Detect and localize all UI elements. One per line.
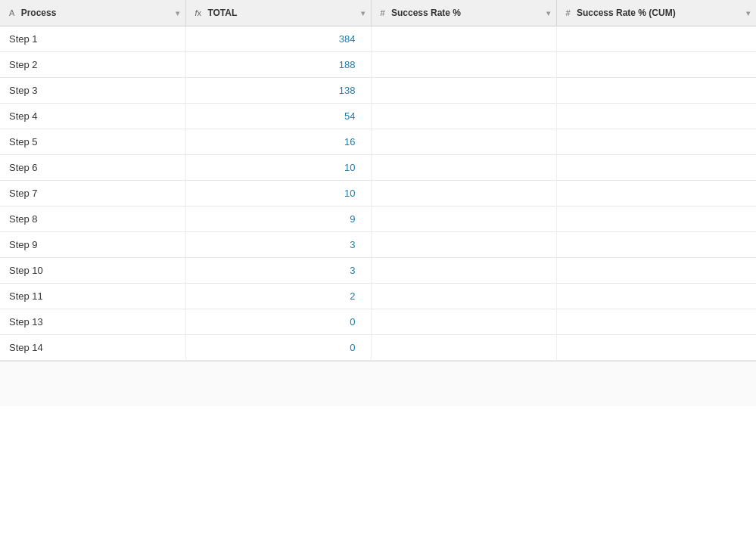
table-row[interactable]: Step 89 — [0, 206, 756, 232]
cell-success-rate-cum — [556, 335, 756, 361]
table-header-row: A Process ▾ fx TOTAL ▾ # Success Rate % … — [0, 0, 756, 26]
table-row[interactable]: Step 112 — [0, 284, 756, 309]
cell-success-rate — [371, 104, 556, 129]
table-container: A Process ▾ fx TOTAL ▾ # Success Rate % … — [0, 0, 756, 534]
success-cum-col-icon: # — [566, 8, 571, 17]
table-row[interactable]: Step 610 — [0, 155, 756, 181]
cell-success-rate — [371, 129, 556, 155]
success-cum-sort-icon[interactable]: ▾ — [746, 9, 750, 17]
cell-total: 138 — [185, 78, 371, 104]
table-row[interactable]: Step 93 — [0, 232, 756, 258]
cell-success-rate — [371, 52, 556, 78]
cell-success-rate — [371, 78, 556, 104]
process-col-label: Process — [21, 8, 57, 18]
cell-total: 2 — [185, 284, 371, 309]
table-row[interactable]: Step 140 — [0, 335, 756, 361]
cell-success-rate-cum — [556, 309, 756, 335]
cell-success-rate-cum — [556, 26, 756, 52]
table-row[interactable]: Step 103 — [0, 258, 756, 284]
cell-process: Step 4 — [0, 104, 185, 129]
success-sort-icon[interactable]: ▾ — [546, 9, 550, 17]
column-header-total[interactable]: fx TOTAL ▾ — [185, 0, 371, 26]
column-header-success-rate[interactable]: # Success Rate % ▾ — [371, 0, 556, 26]
table-row[interactable]: Step 710 — [0, 181, 756, 206]
table-row[interactable]: Step 3138 — [0, 78, 756, 104]
cell-success-rate-cum — [556, 129, 756, 155]
cell-success-rate — [371, 181, 556, 206]
success-cum-col-label: Success Rate % (CUM) — [577, 8, 676, 18]
cell-success-rate — [371, 206, 556, 232]
cell-total: 3 — [185, 232, 371, 258]
cell-success-rate — [371, 284, 556, 309]
cell-total: 188 — [185, 52, 371, 78]
cell-total: 0 — [185, 309, 371, 335]
process-sort-icon[interactable]: ▾ — [176, 9, 179, 17]
process-col-icon: A — [9, 8, 14, 17]
cell-process: Step 10 — [0, 258, 185, 284]
cell-process: Step 3 — [0, 78, 185, 104]
success-col-label: Success Rate % — [391, 8, 461, 18]
cell-success-rate-cum — [556, 232, 756, 258]
cell-process: Step 11 — [0, 284, 185, 309]
cell-total: 9 — [185, 206, 371, 232]
cell-total: 10 — [185, 155, 371, 181]
table-row[interactable]: Step 1384 — [0, 26, 756, 52]
cell-success-rate-cum — [556, 206, 756, 232]
cell-success-rate-cum — [556, 258, 756, 284]
cell-success-rate — [371, 26, 556, 52]
success-col-icon: # — [381, 8, 385, 17]
table-footer — [0, 361, 756, 406]
cell-process: Step 9 — [0, 232, 185, 258]
cell-success-rate — [371, 258, 556, 284]
cell-process: Step 2 — [0, 52, 185, 78]
cell-total: 3 — [185, 258, 371, 284]
cell-success-rate-cum — [556, 78, 756, 104]
cell-total: 384 — [185, 26, 371, 52]
table-row[interactable]: Step 454 — [0, 104, 756, 129]
cell-success-rate-cum — [556, 181, 756, 206]
table-body: Step 1384Step 2188Step 3138Step 454Step … — [0, 26, 756, 361]
cell-process: Step 14 — [0, 335, 185, 361]
cell-success-rate — [371, 335, 556, 361]
cell-success-rate-cum — [556, 284, 756, 309]
cell-success-rate — [371, 309, 556, 335]
total-sort-icon[interactable]: ▾ — [361, 9, 365, 17]
column-header-success-rate-cum[interactable]: # Success Rate % (CUM) ▾ — [556, 0, 756, 26]
column-header-process[interactable]: A Process ▾ — [0, 0, 185, 26]
cell-process: Step 13 — [0, 309, 185, 335]
cell-total: 16 — [185, 129, 371, 155]
table-row[interactable]: Step 516 — [0, 129, 756, 155]
cell-total: 0 — [185, 335, 371, 361]
cell-success-rate-cum — [556, 52, 756, 78]
cell-success-rate-cum — [556, 155, 756, 181]
table-row[interactable]: Step 2188 — [0, 52, 756, 78]
cell-process: Step 5 — [0, 129, 185, 155]
total-col-icon: fx — [195, 8, 202, 17]
data-table: A Process ▾ fx TOTAL ▾ # Success Rate % … — [0, 0, 756, 361]
cell-total: 10 — [185, 181, 371, 206]
cell-success-rate — [371, 232, 556, 258]
cell-process: Step 8 — [0, 206, 185, 232]
cell-process: Step 7 — [0, 181, 185, 206]
table-row[interactable]: Step 130 — [0, 309, 756, 335]
cell-process: Step 1 — [0, 26, 185, 52]
cell-total: 54 — [185, 104, 371, 129]
cell-success-rate — [371, 155, 556, 181]
total-col-label: TOTAL — [207, 8, 237, 18]
cell-process: Step 6 — [0, 155, 185, 181]
cell-success-rate-cum — [556, 104, 756, 129]
